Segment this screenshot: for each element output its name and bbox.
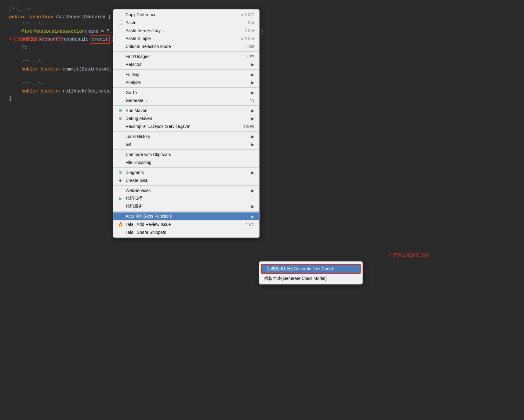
menu-item-tala-snippets[interactable]: Tala | Share Snippets — [113, 228, 259, 236]
webservices-icon — [118, 188, 123, 193]
code-scan-label: 代码扫描 — [126, 196, 143, 201]
compare-clipboard-icon — [118, 152, 123, 157]
menu-item-find-usages[interactable]: Find Usages ⌥F7 — [113, 52, 259, 60]
menu-item-paste[interactable]: 📋 Paste ⌘V — [113, 19, 259, 27]
git-label: Git — [126, 142, 131, 147]
menu-item-code-scan[interactable]: ▶ 代码扫描 — [113, 194, 259, 202]
go-to-arrow: ▶ — [251, 90, 254, 95]
divider-1 — [113, 51, 259, 52]
code-line-5: public AccountTransResult credit(...bool… — [9, 35, 515, 44]
paste-history-shortcut: ⇧⌘V — [244, 28, 254, 33]
divider-9 — [113, 211, 259, 212]
folding-label: Folding — [126, 72, 140, 77]
tala-snippets-icon — [118, 230, 123, 235]
menu-item-column-selection[interactable]: Column Selection Mode ⇧⌘8 — [113, 42, 259, 50]
menu-item-copy-reference[interactable]: Copy Reference ⌥⇧⌘C — [113, 11, 259, 19]
recompile-label: Recompile '...DepositService.java' — [126, 124, 190, 129]
submenu-item-generate-test-case[interactable]: 生成测试用例(Generate Test Case) — [262, 265, 360, 273]
generate-icon — [118, 98, 123, 103]
folding-icon — [118, 72, 123, 77]
menu-item-folding[interactable]: Folding ▶ — [113, 71, 259, 78]
menu-item-code-service[interactable]: 代码服务 ▶ — [113, 202, 259, 210]
run-maven-arrow: ▶ — [251, 108, 254, 113]
menu-item-git[interactable]: Git ▶ — [113, 140, 259, 148]
menu-item-create-gist[interactable]: ● Create Gist... — [113, 176, 259, 184]
menu-item-file-encoding[interactable]: File Encoding — [113, 158, 259, 166]
menu-item-run-maven[interactable]: ⚙ Run Maven ▶ — [113, 107, 259, 114]
generate-shortcut: ^N — [250, 98, 255, 103]
file-encoding-label: File Encoding — [126, 160, 151, 165]
file-encoding-icon — [118, 160, 123, 165]
create-gist-label: Create Gist... — [126, 178, 151, 183]
diagrams-arrow: ▶ — [251, 170, 254, 175]
menu-item-acts-function[interactable]: Acts 功能(Acts Function) ▶ — [113, 212, 259, 220]
tala-review-shortcut: ^⌥T — [246, 222, 254, 227]
compare-clipboard-label: Compare with Clipboard — [126, 152, 171, 157]
acts-function-arrow: ▶ — [251, 214, 254, 219]
webservices-arrow: ▶ — [251, 188, 254, 193]
menu-item-tala-review[interactable]: 🔥 Tala | Add Review Issue ^⌥T — [113, 220, 259, 228]
code-line-2: public interface AcctDepositService { — [9, 13, 515, 21]
menu-item-debug-maven[interactable]: ⚙ Debug Maven ▶ — [113, 114, 259, 122]
git-arrow: ▶ — [251, 142, 254, 147]
code-editor: /**...*/ public interface AcctDepositSer… — [0, 0, 524, 420]
menu-item-paste-history[interactable]: Paste from History... ⇧⌘V — [113, 27, 259, 34]
divider-3 — [113, 87, 259, 88]
submenu-item-generate-class-model[interactable]: 模板生成(Generate Class Model) — [259, 274, 362, 283]
menu-item-webservices[interactable]: WebServices ▶ — [113, 186, 259, 194]
divider-5 — [113, 131, 259, 132]
refactor-icon — [118, 62, 123, 67]
diagrams-icon: ⊞ — [118, 170, 123, 175]
tala-review-label: Tala | Add Review Issue — [126, 222, 171, 227]
code-service-icon — [118, 204, 123, 209]
copy-reference-icon — [118, 12, 123, 17]
tala-review-icon: 🔥 — [118, 222, 123, 227]
menu-item-diagrams[interactable]: ⊞ Diagrams ▶ — [113, 168, 259, 176]
find-usages-icon — [118, 54, 123, 59]
code-service-label: 代码服务 — [126, 204, 143, 209]
acts-function-label: Acts 功能(Acts Function) — [126, 214, 172, 219]
recompile-shortcut: ⇧⌘F9 — [242, 124, 254, 129]
code-line-8: /**...*/ — [9, 59, 515, 66]
code-line-7 — [9, 51, 515, 59]
paste-simple-shortcut: ⌥⇧⌘V — [240, 36, 254, 41]
recompile-icon — [118, 124, 123, 129]
code-line-4: @TwoPhaseBusinessAction(name = "...", co… — [9, 28, 515, 35]
tala-snippets-label: Tala | Share Snippets — [126, 230, 166, 235]
run-maven-icon: ⚙ — [118, 108, 123, 113]
menu-item-generate[interactable]: Generate... ^N — [113, 96, 259, 104]
diagrams-label: Diagrams — [126, 170, 144, 175]
step1-annotation: 1.在被测的接口方法上右键 — [9, 36, 64, 42]
acts-function-icon — [118, 214, 123, 219]
local-history-icon — [118, 134, 123, 139]
code-line-11: /**...*/ — [9, 81, 515, 88]
menu-item-paste-simple[interactable]: Paste Simple ⌥⇧⌘V — [113, 34, 259, 42]
find-usages-shortcut: ⌥F7 — [245, 54, 254, 59]
debug-maven-icon: ⚙ — [118, 116, 123, 121]
copy-reference-shortcut: ⌥⇧⌘C — [240, 13, 254, 17]
menu-item-refactor[interactable]: Refactor ▶ — [113, 60, 259, 68]
column-selection-shortcut: ⇧⌘8 — [245, 44, 254, 49]
local-history-label: Local History — [126, 134, 150, 139]
divider-7 — [113, 167, 259, 168]
go-to-label: Go To — [126, 90, 137, 95]
divider-2 — [113, 69, 259, 70]
step2-annotation: 2.选择生成测试用例 — [389, 252, 429, 258]
menu-item-analyze[interactable]: Analyze ▶ — [113, 78, 259, 86]
refactor-label: Refactor — [126, 62, 142, 67]
menu-item-local-history[interactable]: Local History ▶ — [113, 132, 259, 140]
menu-item-recompile[interactable]: Recompile '...DepositService.java' ⇧⌘F9 — [113, 122, 259, 130]
generate-test-case-label: 生成测试用例(Generate Test Case) — [267, 266, 333, 272]
divider-4 — [113, 105, 259, 106]
analyze-label: Analyze — [126, 80, 141, 85]
menu-item-go-to[interactable]: Go To ▶ — [113, 89, 259, 96]
analyze-icon — [118, 80, 123, 85]
menu-item-compare-clipboard[interactable]: Compare with Clipboard — [113, 150, 259, 158]
code-line-13: } — [9, 95, 515, 103]
paste-simple-icon — [118, 36, 123, 41]
refactor-arrow: ▶ — [251, 62, 254, 67]
context-menu: Copy Reference ⌥⇧⌘C 📋 Paste ⌘V Paste fro… — [113, 9, 260, 238]
code-scan-icon: ▶ — [118, 196, 123, 201]
divider-8 — [113, 185, 259, 186]
code-service-arrow: ▶ — [251, 204, 254, 209]
